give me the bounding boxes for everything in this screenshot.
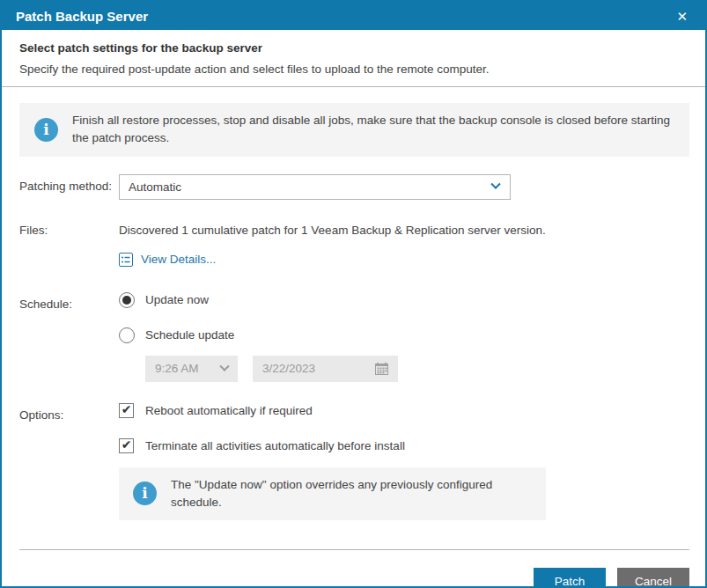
patch-button[interactable]: Patch xyxy=(534,568,606,588)
chevron-down-icon xyxy=(219,361,229,371)
schedule-row: Schedule: Update now Schedule update 9:2… xyxy=(19,292,689,382)
schedule-date-input[interactable]: 3/22/2023 xyxy=(253,356,398,382)
checkbox-icon[interactable] xyxy=(119,438,134,453)
dialog-body: i Finish all restore processes, stop and… xyxy=(2,87,705,550)
dialog-titlebar: Patch Backup Server ✕ xyxy=(2,2,705,30)
page-subtitle: Specify the required post-update action … xyxy=(19,62,688,76)
checkbox-terminate-activities[interactable]: Terminate all activities automatically b… xyxy=(119,438,405,453)
checkbox-icon[interactable] xyxy=(119,403,134,418)
dialog-footer: Patch Cancel xyxy=(2,550,705,588)
patching-method-select[interactable]: Automatic xyxy=(119,174,511,200)
dialog-header: Select patch settings for the backup ser… xyxy=(2,30,705,87)
info-banner-top: i Finish all restore processes, stop and… xyxy=(19,103,689,157)
radio-update-now-label: Update now xyxy=(145,293,209,306)
patching-method-label: Patching method: xyxy=(19,174,119,193)
radio-schedule-update-label: Schedule update xyxy=(145,328,234,342)
schedule-label: Schedule: xyxy=(19,292,119,311)
info-banner-bottom-text: The "Update now" option overrides any pr… xyxy=(171,476,534,512)
patch-backup-server-dialog: Patch Backup Server ✕ Select patch setti… xyxy=(0,0,707,588)
chevron-down-icon xyxy=(490,180,500,189)
files-row: Files: Discovered 1 cumulative patch for… xyxy=(19,224,689,237)
schedule-date-value: 3/22/2023 xyxy=(262,362,315,375)
radio-update-now[interactable]: Update now xyxy=(119,292,398,308)
schedule-options: Update now Schedule update 9:26 AM 3/22/… xyxy=(119,292,398,382)
schedule-time-value: 9:26 AM xyxy=(155,362,199,375)
calendar-icon xyxy=(375,363,388,375)
schedule-time-select[interactable]: 9:26 AM xyxy=(145,356,238,382)
dialog-title: Patch Backup Server xyxy=(16,9,148,24)
info-banner-top-text: Finish all restore processes, stop and d… xyxy=(72,112,677,148)
details-list-icon xyxy=(119,253,133,267)
info-banner-bottom: i The "Update now" option overrides any … xyxy=(119,467,546,521)
patching-method-row: Patching method: Automatic xyxy=(19,174,689,200)
view-details-label: View Details... xyxy=(141,253,216,266)
info-icon: i xyxy=(133,481,157,505)
radio-icon[interactable] xyxy=(119,292,135,308)
schedule-datetime-fields: 9:26 AM 3/22/2023 xyxy=(145,356,398,382)
options-row: Options: Reboot automatically if require… xyxy=(19,403,689,453)
radio-schedule-update[interactable]: Schedule update xyxy=(119,327,398,343)
info-icon: i xyxy=(34,118,58,142)
patching-method-value: Automatic xyxy=(129,180,181,194)
checkbox-reboot-automatically[interactable]: Reboot automatically if required xyxy=(119,403,405,418)
files-text: Discovered 1 cumulative patch for 1 Veea… xyxy=(119,224,546,237)
options-label: Options: xyxy=(19,403,119,422)
files-label: Files: xyxy=(19,224,119,237)
close-icon[interactable]: ✕ xyxy=(673,8,691,25)
options-checkboxes: Reboot automatically if required Termina… xyxy=(119,403,405,453)
page-title: Select patch settings for the backup ser… xyxy=(19,41,688,55)
checkbox-reboot-label: Reboot automatically if required xyxy=(145,404,313,417)
cancel-button[interactable]: Cancel xyxy=(617,568,689,588)
checkbox-terminate-label: Terminate all activities automatically b… xyxy=(145,439,405,452)
view-details-link[interactable]: View Details... xyxy=(119,253,689,267)
radio-icon[interactable] xyxy=(119,327,135,343)
